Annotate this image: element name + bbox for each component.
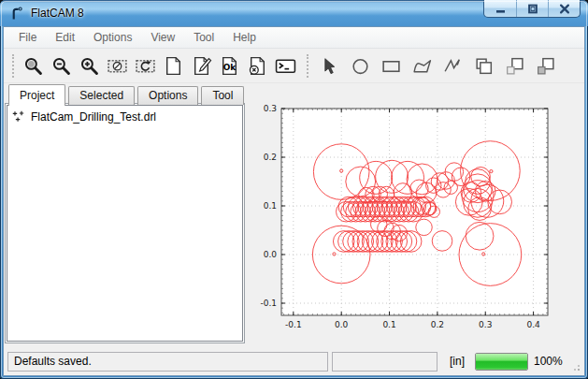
new-blank-geometry-button[interactable] [161, 53, 186, 79]
svg-text:0.1: 0.1 [264, 201, 277, 211]
tree-item[interactable]: FlatCam_Drilling_Test.drl [7, 106, 242, 124]
window-title: FlatCAM 8 [31, 7, 84, 20]
geo-subtract-button[interactable] [531, 53, 559, 79]
shell-button[interactable] [273, 53, 298, 79]
select-button[interactable] [315, 53, 343, 79]
plot-canvas[interactable]: -0.10.00.10.20.30.4-0.10.00.10.20.3 [246, 103, 584, 347]
flatcam-logo-icon [8, 5, 25, 22]
new-blank-geometry-icon [163, 55, 184, 77]
svg-text:0.4: 0.4 [526, 320, 540, 329]
svg-text:0.3: 0.3 [479, 320, 492, 329]
draw-rectangle-button[interactable] [377, 53, 405, 79]
status-bar: Defaults saved. [in] 100% [4, 347, 584, 375]
svg-text:Ok: Ok [223, 62, 237, 71]
toolbar-draw-group [315, 53, 559, 79]
maximize-button[interactable] [516, 0, 548, 17]
draw-path-button[interactable] [438, 53, 466, 79]
geo-intersection-icon [504, 55, 525, 77]
title-bar[interactable]: FlatCAM 8 [0, 0, 588, 26]
tab-project[interactable]: Project [8, 84, 65, 106]
draw-path-icon [442, 55, 464, 77]
minimize-icon [484, 0, 516, 18]
editor-ok-icon: Ok [219, 55, 240, 77]
zoom-out-icon [50, 55, 72, 77]
project-tree[interactable]: FlatCam_Drilling_Test.drl [7, 105, 243, 342]
svg-text:-0.1: -0.1 [260, 299, 277, 308]
flatcam-window: FlatCAM 8 FileEditOptionsViewToolHe [0, 0, 588, 379]
svg-text:0.1: 0.1 [382, 320, 395, 329]
shell-icon [275, 55, 296, 77]
zoom-in-button[interactable] [77, 53, 102, 79]
status-secondary-field [332, 352, 437, 372]
svg-text:0.3: 0.3 [264, 104, 277, 113]
menu-bar: FileEditOptionsViewToolHelp [4, 27, 584, 49]
editor-cancel-button[interactable] [245, 53, 270, 79]
progress-bar [475, 353, 528, 371]
svg-text:-0.1: -0.1 [285, 320, 302, 329]
tab-bar: ProjectSelectedOptionsTool [4, 83, 584, 105]
close-icon [549, 0, 580, 18]
select-icon [319, 55, 340, 77]
replot-button[interactable] [133, 53, 158, 79]
svg-text:0.0: 0.0 [335, 320, 349, 329]
draw-polygon-button[interactable] [408, 53, 436, 79]
geo-subtract-icon [535, 55, 556, 77]
minimize-button[interactable] [484, 0, 516, 17]
menu-tool[interactable]: Tool [184, 31, 223, 44]
toolbar-drag-handle[interactable] [12, 54, 15, 78]
draw-rectangle-icon [380, 55, 402, 77]
maximize-icon [517, 0, 548, 18]
tree-item-label: FlatCam_Drilling_Test.drl [31, 110, 156, 124]
draw-polygon-icon [411, 55, 433, 77]
menu-options[interactable]: Options [84, 31, 141, 44]
svg-text:0.2: 0.2 [431, 320, 444, 329]
geo-union-button[interactable] [469, 53, 497, 79]
menu-edit[interactable]: Edit [46, 31, 84, 44]
geo-union-icon [473, 55, 495, 77]
clear-plot-icon [107, 55, 128, 77]
zoom-fit-icon [22, 55, 44, 77]
toolbar-plot-group: Ok [21, 53, 298, 79]
progress-percent-label: 100% [534, 355, 563, 368]
units-label: [in] [441, 355, 471, 368]
menu-help[interactable]: Help [223, 31, 265, 44]
editor-cancel-icon [247, 55, 268, 77]
editor-icon [191, 55, 212, 77]
editor-ok-button[interactable]: Ok [217, 53, 242, 79]
replot-icon [135, 55, 156, 77]
geo-intersection-button[interactable] [500, 53, 528, 79]
resize-grip-icon[interactable] [569, 360, 581, 372]
plot-area: -0.10.00.10.20.30.4-0.10.00.10.20.3 [246, 103, 584, 347]
client-area: FileEditOptionsViewToolHelp Ok ProjectSe… [3, 26, 585, 376]
excellon-drill-icon [11, 109, 25, 124]
tab-options[interactable]: Options [137, 86, 198, 105]
progress-bar-chunk [476, 354, 527, 370]
tab-tool[interactable]: Tool [201, 86, 244, 105]
close-button[interactable] [548, 0, 580, 17]
editor-button[interactable] [189, 53, 214, 79]
tab-selected[interactable]: Selected [68, 86, 135, 105]
draw-circle-button[interactable] [346, 53, 374, 79]
zoom-in-icon [79, 55, 100, 77]
toolbar: Ok [4, 49, 584, 83]
menu-file[interactable]: File [9, 31, 46, 44]
zoom-fit-button[interactable] [21, 53, 46, 79]
main-content: FlatCam_Drilling_Test.drl -0.10.00.10.20… [4, 105, 584, 347]
svg-text:0.0: 0.0 [264, 250, 278, 259]
menu-view[interactable]: View [141, 31, 184, 44]
clear-plot-button[interactable] [105, 53, 130, 79]
caption-button-group [483, 0, 581, 18]
toolbar-drag-handle-2[interactable] [307, 54, 309, 78]
status-message: Defaults saved. [7, 352, 328, 372]
zoom-out-button[interactable] [49, 53, 74, 79]
draw-circle-icon [350, 55, 371, 77]
svg-text:0.2: 0.2 [264, 153, 277, 162]
